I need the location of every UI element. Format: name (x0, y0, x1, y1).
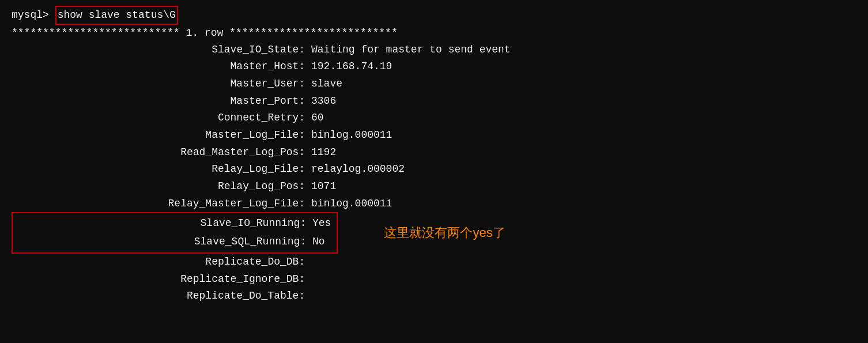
field-row: Master_User: slave (12, 76, 856, 93)
command-line: mysql> show slave status\G (12, 6, 856, 25)
field-row: Relay_Log_Pos: 1071 (12, 178, 856, 195)
field-row: Replicate_Ignore_DB: (12, 271, 856, 288)
annotation: 这里就没有两个yes了 (384, 224, 505, 242)
terminal: mysql> show slave status\G *************… (0, 0, 868, 343)
field-row: Slave_IO_State: Waiting for master to se… (12, 42, 856, 59)
prompt: mysql> (12, 7, 55, 24)
field-row: Slave_SQL_Running: No (13, 233, 337, 251)
fields-container: Slave_IO_State: Waiting for master to se… (12, 42, 856, 305)
highlight-box: Slave_IO_Running: YesSlave_SQL_Running: … (12, 212, 338, 253)
field-row: Read_Master_Log_Pos: 1192 (12, 144, 856, 161)
field-row: Slave_IO_Running: Yes (13, 214, 337, 233)
separator: *************************** 1. row *****… (12, 25, 856, 42)
field-row: Master_Port: 3306 (12, 93, 856, 110)
field-row: Master_Log_File: binlog.000011 (12, 127, 856, 144)
field-row: Relay_Log_File: relaylog.000002 (12, 161, 856, 178)
field-row: Replicate_Do_DB: (12, 254, 856, 271)
highlight-wrapper: Slave_IO_Running: YesSlave_SQL_Running: … (12, 212, 856, 253)
command: show slave status\G (55, 6, 178, 25)
field-row: Relay_Master_Log_File: binlog.000011 (12, 195, 856, 213)
field-row: Connect_Retry: 60 (12, 110, 856, 127)
field-row: Replicate_Do_Table: (12, 288, 856, 305)
field-row: Master_Host: 192.168.74.19 (12, 58, 856, 76)
